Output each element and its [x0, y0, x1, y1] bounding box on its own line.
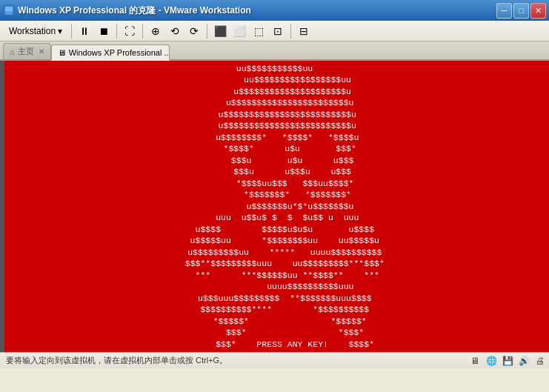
toolbar-snap-button[interactable]: ⊕ [146, 23, 165, 39]
home-tab-label: 主页 [18, 46, 34, 57]
vm-tab-label: Windows XP Professional ... [69, 48, 170, 57]
status-icon-1: 🖥 [469, 355, 481, 367]
app-icon [3, 4, 15, 16]
toolbar-view3-button[interactable]: ⬚ [249, 23, 268, 39]
toolbar-vm-settings-button[interactable]: ⛶ [120, 23, 139, 39]
home-tab-icon: ⌂ [10, 47, 15, 56]
maximize-button[interactable]: □ [513, 3, 529, 19]
toolbar-fullscreen-button[interactable]: ⊟ [294, 23, 313, 39]
vm-tab-icon: 🖥 [58, 48, 66, 57]
toolbar-separator-2 [116, 24, 117, 39]
tab-home[interactable]: ⌂ 主页 ✕ [3, 43, 51, 59]
tabsbar: ⌂ 主页 ✕ 🖥 Windows XP Professional ... ✕ [0, 41, 549, 61]
toolbar-separator-5 [290, 24, 291, 39]
toolbar-pause-button[interactable]: ⏸ [75, 23, 94, 39]
minimize-button[interactable]: ─ [496, 3, 512, 19]
vm-display[interactable]: uu$$$$$$$$$$$uu uu$$$$$$$$$$$$$$$$$uu u$… [0, 61, 549, 352]
window-controls: ─ □ ✕ [496, 3, 546, 19]
status-icon-5: 🖨 [534, 355, 546, 367]
tab-vm[interactable]: 🖥 Windows XP Professional ... ✕ [51, 44, 170, 61]
toolbar-separator-3 [142, 24, 143, 39]
workstation-label: Workstation [9, 26, 56, 36]
titlebar: Windows XP Professional 的克隆 - VMware Wor… [0, 0, 549, 21]
skull-ascii-art: uu$$$$$$$$$$$uu uu$$$$$$$$$$$$$$$$$uu u$… [164, 61, 385, 352]
workstation-menu[interactable]: Workstation ▾ [3, 24, 68, 38]
toolbar-view1-button[interactable]: ⬛ [210, 23, 230, 39]
status-icon-3: 💾 [502, 355, 513, 367]
statusbar-icons: 🖥 🌐 💾 🔊 🖨 [469, 355, 546, 367]
toolbar-separator-4 [207, 24, 207, 39]
toolbar-separator-1 [71, 24, 72, 39]
svg-rect-2 [6, 13, 12, 14]
svg-rect-1 [5, 7, 13, 12]
statusbar: 要将输入定向到该虚拟机，请在虚拟机内部单击或按 Ctrl+G。 🖥 🌐 💾 🔊 … [0, 352, 549, 368]
status-text: 要将输入定向到该虚拟机，请在虚拟机内部单击或按 Ctrl+G。 [6, 355, 543, 366]
toolbar-view4-button[interactable]: ⊡ [268, 23, 287, 39]
toolbar-revert-button[interactable]: ⟲ [165, 23, 184, 39]
toolbar-view2-button[interactable]: ⬜ [230, 23, 249, 39]
toolbar-stop-button[interactable]: ⏹ [94, 23, 113, 39]
status-icon-2: 🌐 [485, 355, 497, 367]
menubar: Workstation ▾ ⏸ ⏹ ⛶ ⊕ ⟲ ⟳ ⬛ ⬜ ⬚ ⊡ ⊟ [0, 21, 549, 41]
toolbar-snapshot-manager-button[interactable]: ⟳ [184, 23, 204, 39]
close-button[interactable]: ✕ [530, 3, 546, 19]
resize-handle[interactable] [0, 61, 4, 352]
window-title: Windows XP Professional 的克隆 - VMware Wor… [18, 4, 496, 17]
workstation-dropdown-icon: ▾ [58, 26, 62, 36]
status-icon-4: 🔊 [518, 355, 530, 367]
home-tab-close[interactable]: ✕ [39, 47, 44, 56]
